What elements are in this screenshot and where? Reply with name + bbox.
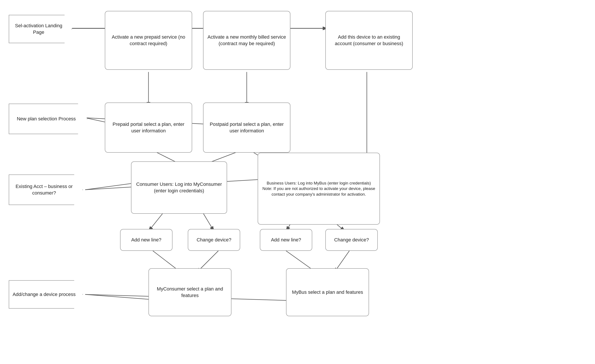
activate-prepaid-box: Activate a new prepaid service (no contr… xyxy=(105,11,192,70)
prepaid-portal-box: Prepaid portal select a plan, enter user… xyxy=(105,103,192,153)
existing-acct-label: Existing Acct – business or consumer? xyxy=(9,174,83,205)
activate-monthly-box: Activate a new monthly billed service (c… xyxy=(203,11,290,70)
self-activation-label: Sel-activation Landing Page xyxy=(9,15,72,43)
myconsumer-plan-box: MyConsumer select a plan and features xyxy=(149,268,231,316)
mybus-plan-box: MyBus select a plan and features xyxy=(286,268,369,316)
business-change-device-box: Change device? xyxy=(325,229,378,251)
consumer-login-box: Consumer Users: Log into MyConsumer (ent… xyxy=(131,161,227,214)
business-add-line-box: Add new line? xyxy=(260,229,312,251)
new-plan-selection-label: New plan selection Process xyxy=(9,103,87,134)
postpaid-portal-box: Postpaid portal select a plan, enter use… xyxy=(203,103,290,153)
consumer-add-line-box: Add new line? xyxy=(120,229,172,251)
business-login-box: Business Users: Log into MyBus (enter lo… xyxy=(258,153,380,225)
consumer-change-device-box: Change device? xyxy=(188,229,240,251)
diagram-container: Sel-activation Landing Page New plan sel… xyxy=(0,0,595,364)
add-existing-box: Add this device to an existing account (… xyxy=(325,11,413,70)
add-change-device-label: Add/change a device process xyxy=(9,280,83,309)
